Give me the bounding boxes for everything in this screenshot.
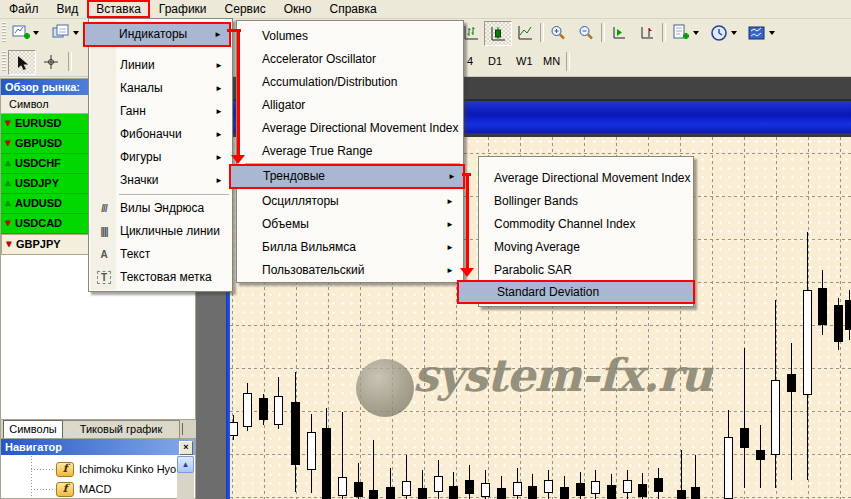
toolbar-separator bbox=[540, 23, 544, 42]
menu-item-indicators[interactable]: Индикаторы ► bbox=[83, 22, 231, 47]
menu-item-admi[interactable]: Average Directional Movement Index bbox=[238, 117, 462, 140]
price-direction-icon bbox=[1, 114, 15, 133]
menu-item-cycle-lines[interactable]: |||| Цикличные линии bbox=[90, 220, 231, 243]
menu-item-accumulation-distribution[interactable]: Accumulation/Distribution bbox=[238, 71, 462, 94]
navigator-item[interactable]: f MACD bbox=[1, 479, 232, 499]
profiles-button[interactable] bbox=[48, 21, 82, 44]
menu-item-text-label[interactable]: T Текстовая метка bbox=[90, 266, 231, 289]
indicators-submenu: Volumes Accelerator Oscillator Accumulat… bbox=[236, 20, 464, 283]
submenu-arrow-icon: ► bbox=[446, 190, 454, 213]
menu-item-standard-deviation[interactable]: Standard Deviation bbox=[457, 280, 695, 304]
symbol-name: AUDUSD bbox=[15, 194, 62, 213]
cursor-button[interactable] bbox=[8, 50, 36, 75]
dropdown-arrow-icon bbox=[33, 31, 39, 35]
menu-item-bollinger-bands[interactable]: Bollinger Bands bbox=[480, 190, 692, 213]
auto-scroll-button[interactable] bbox=[606, 21, 632, 44]
toolbar-grip[interactable] bbox=[2, 51, 6, 72]
menu-item-alligator[interactable]: Alligator bbox=[238, 94, 462, 117]
zoom-out-icon bbox=[577, 24, 595, 42]
auto-scroll-icon bbox=[610, 24, 628, 42]
navigator-item-label: MACD bbox=[79, 483, 111, 495]
menu-item-shapes[interactable]: Фигуры► bbox=[90, 146, 231, 169]
menu-item-andrews-pitchfork[interactable]: /// Вилы Эндрюса bbox=[90, 197, 231, 220]
menu-insert[interactable]: Вставка bbox=[87, 0, 150, 18]
navigator-panel: Навигатор × f Ichimoku Kinko Hyo f MACD … bbox=[0, 438, 196, 499]
timeframe-mn-button[interactable]: MN bbox=[538, 52, 565, 71]
line-chart-icon bbox=[516, 24, 534, 42]
annotation-arrowhead bbox=[231, 155, 245, 164]
new-chart-icon bbox=[12, 24, 30, 42]
text-icon: A bbox=[95, 247, 113, 262]
line-chart-button[interactable] bbox=[512, 21, 538, 44]
annotation-connector bbox=[237, 29, 240, 156]
menu-item-trend[interactable]: Трендовые ► bbox=[229, 164, 465, 189]
menu-item-label: Трендовые bbox=[263, 169, 325, 183]
menu-item-parabolic-sar[interactable]: Parabolic SAR bbox=[480, 259, 692, 282]
submenu-arrow-icon: ► bbox=[448, 166, 456, 187]
menu-item-commodity-channel-index[interactable]: Commodity Channel Index bbox=[480, 213, 692, 236]
menu-item-bill-williams[interactable]: Билла Вильямса► bbox=[238, 236, 462, 259]
tab-tick-chart[interactable]: Тиковый график bbox=[62, 420, 180, 438]
tab-symbols[interactable]: Символы bbox=[3, 420, 63, 438]
close-icon[interactable]: × bbox=[179, 441, 193, 455]
zoom-out-button[interactable] bbox=[573, 21, 599, 44]
submenu-arrow-icon: ► bbox=[215, 146, 223, 169]
scroll-up-icon[interactable]: ▲ bbox=[177, 456, 194, 473]
menubar: Файл Вид Вставка Графики Сервис Окно Спр… bbox=[0, 0, 851, 19]
menu-item-channels[interactable]: Каналы► bbox=[90, 77, 231, 100]
indicators-button[interactable] bbox=[668, 21, 702, 44]
templates-button[interactable] bbox=[744, 21, 778, 44]
dropdown-arrow-icon bbox=[769, 31, 775, 35]
navigator-item-label: Ichimoku Kinko Hyo bbox=[79, 463, 176, 475]
menu-item-arrows[interactable]: Значки► bbox=[90, 169, 231, 192]
menu-tools[interactable]: Сервис bbox=[216, 1, 275, 18]
indicator-function-icon: f bbox=[56, 482, 74, 497]
symbol-name: GBPUSD bbox=[15, 134, 62, 153]
menu-item-average-true-range[interactable]: Average True Range bbox=[238, 140, 462, 163]
timeframe-w1-button[interactable]: W1 bbox=[511, 52, 538, 71]
toolbar-separator bbox=[68, 52, 72, 71]
menu-item-oscillators[interactable]: Осцилляторы► bbox=[238, 190, 462, 213]
zoom-in-button[interactable] bbox=[545, 21, 571, 44]
menu-item-label: Standard Deviation bbox=[497, 285, 599, 299]
price-direction-icon bbox=[1, 194, 15, 213]
candlestick-chart-button[interactable] bbox=[484, 21, 512, 46]
menu-item-admi[interactable]: Average Directional Movement Index bbox=[480, 167, 692, 190]
new-chart-button[interactable] bbox=[8, 21, 42, 44]
cursor-icon bbox=[14, 55, 30, 71]
watermark-coin-icon bbox=[356, 359, 414, 417]
periods-button[interactable] bbox=[706, 21, 740, 44]
timeframe-h4-button[interactable]: 4 bbox=[462, 52, 478, 71]
text-label-icon: T bbox=[97, 271, 111, 284]
menu-item-lines[interactable]: Линии► bbox=[90, 54, 231, 77]
toolbar-grip[interactable] bbox=[2, 22, 6, 43]
menu-file[interactable]: Файл bbox=[0, 1, 48, 18]
menu-item-volumes[interactable]: Volumes bbox=[238, 25, 462, 48]
price-direction-icon bbox=[1, 154, 15, 173]
menu-item-custom[interactable]: Пользовательский► bbox=[238, 259, 462, 282]
crosshair-button[interactable] bbox=[38, 50, 64, 73]
submenu-arrow-icon: ► bbox=[215, 123, 223, 146]
clock-icon bbox=[710, 24, 728, 42]
menu-help[interactable]: Справка bbox=[321, 1, 386, 18]
menu-item-moving-average[interactable]: Moving Average bbox=[480, 236, 692, 259]
zoom-in-icon bbox=[549, 24, 567, 42]
menu-charts[interactable]: Графики bbox=[150, 1, 216, 18]
price-direction-icon bbox=[1, 134, 15, 153]
menu-window[interactable]: Окно bbox=[275, 1, 321, 18]
symbol-name: GBPJPY bbox=[16, 235, 61, 254]
menu-item-gann[interactable]: Ганн► bbox=[90, 100, 231, 123]
menu-item-fibonacci[interactable]: Фибоначчи► bbox=[90, 123, 231, 146]
navigator-item[interactable]: f Ichimoku Kinko Hyo bbox=[1, 459, 232, 479]
navigator-title[interactable]: Навигатор bbox=[1, 439, 195, 455]
menu-item-text[interactable]: A Текст bbox=[90, 243, 231, 266]
timeframe-d1-button[interactable]: D1 bbox=[483, 52, 507, 71]
menu-item-accelerator-oscillator[interactable]: Accelerator Oscillator bbox=[238, 48, 462, 71]
navigator-scrollbar[interactable]: ▲ bbox=[177, 456, 194, 499]
menu-view[interactable]: Вид bbox=[48, 1, 88, 18]
chart-shift-button[interactable] bbox=[634, 21, 660, 44]
menu-item-volumes-group[interactable]: Объемы► bbox=[238, 213, 462, 236]
candlestick-chart-icon bbox=[489, 25, 507, 43]
submenu-arrow-icon: ► bbox=[446, 259, 454, 282]
trend-submenu: Average Directional Movement Index Bolli… bbox=[478, 156, 694, 307]
